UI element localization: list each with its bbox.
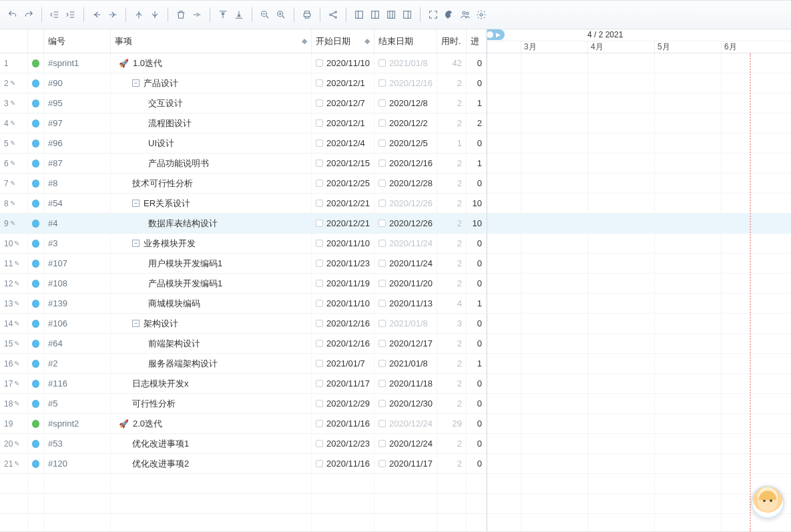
end-date-cell[interactable]: 2020/12/17 — [374, 334, 437, 353]
task-id[interactable]: #90 — [44, 73, 111, 93]
edit-icon[interactable]: ✎ — [14, 240, 19, 247]
link-button[interactable] — [190, 6, 204, 23]
progress-cell[interactable]: 0 — [467, 274, 487, 293]
checkbox[interactable] — [316, 440, 323, 447]
task-id[interactable]: #96 — [44, 134, 111, 153]
status-cell[interactable] — [28, 214, 44, 233]
status-cell[interactable] — [28, 334, 44, 353]
task-name[interactable]: 日志模块开发x — [111, 374, 312, 393]
progress-cell[interactable]: 0 — [467, 254, 487, 273]
status-cell[interactable] — [28, 294, 44, 313]
duration-cell[interactable]: 4 — [437, 294, 467, 313]
start-date-cell[interactable]: 2020/12/7 — [312, 93, 374, 113]
task-name[interactable]: 用户模块开发编码1 — [111, 254, 312, 273]
row-number[interactable]: 18✎ — [0, 394, 28, 413]
progress-cell[interactable]: 10 — [467, 194, 487, 213]
checkbox[interactable] — [378, 380, 386, 387]
progress-cell[interactable]: 0 — [467, 414, 487, 433]
task-row[interactable]: 12✎#108产品模块开发编码12020/11/192020/11/2020 — [0, 274, 487, 294]
users-button[interactable] — [458, 6, 473, 23]
task-id[interactable]: #107 — [44, 254, 111, 273]
task-row[interactable]: 13✎#139商城模块编码2020/11/102020/11/1341 — [0, 294, 487, 314]
zoom-out-button[interactable] — [258, 6, 272, 23]
checkbox[interactable] — [378, 400, 386, 407]
duration-cell[interactable]: 2 — [437, 274, 467, 293]
expand-toggle[interactable]: − — [132, 240, 140, 247]
task-row[interactable]: 18✎#5可行性分析2020/12/292020/12/3020 — [0, 394, 487, 414]
edit-icon[interactable]: ✎ — [14, 300, 19, 307]
progress-cell[interactable]: 1 — [467, 354, 487, 373]
zoom-in-button[interactable] — [274, 6, 288, 23]
goto-today-icon[interactable] — [487, 31, 493, 38]
duration-cell[interactable]: 42 — [437, 53, 467, 73]
task-row[interactable]: 20✎#53优化改进事项12020/12/232020/12/2420 — [0, 434, 487, 454]
share-button[interactable] — [326, 6, 340, 23]
duration-cell[interactable]: 2 — [437, 234, 467, 253]
start-date-cell[interactable]: 2020/11/10 — [312, 53, 374, 73]
end-date-cell[interactable]: 2020/11/17 — [374, 454, 437, 473]
row-number[interactable]: 21✎ — [0, 454, 28, 473]
duration-cell[interactable]: 2 — [437, 154, 467, 173]
row-number[interactable]: 10✎ — [0, 234, 28, 253]
duration-cell[interactable]: 2 — [437, 254, 467, 273]
checkbox[interactable] — [378, 300, 386, 307]
task-name[interactable]: − 架构设计 — [111, 314, 312, 333]
expand-toggle[interactable]: − — [132, 79, 140, 87]
status-cell[interactable] — [28, 414, 44, 433]
task-row[interactable]: 15✎#64前端架构设计2020/12/162020/12/1720 — [0, 334, 487, 354]
end-date-cell[interactable]: 2020/12/24 — [374, 434, 437, 453]
checkbox[interactable] — [316, 320, 323, 327]
task-name[interactable]: 服务器端架构设计 — [111, 354, 312, 373]
end-date-cell[interactable]: 2020/12/24 — [374, 414, 437, 433]
row-number[interactable]: 4✎ — [0, 113, 28, 133]
duration-cell[interactable]: 2 — [437, 454, 467, 473]
end-date-cell[interactable]: 2020/12/16 — [374, 73, 437, 93]
task-row[interactable]: 10✎#3− 业务模块开发2020/11/102020/11/2420 — [0, 234, 487, 254]
start-date-cell[interactable]: 2020/11/19 — [312, 274, 374, 293]
start-date-cell[interactable]: 2020/11/16 — [312, 414, 374, 433]
end-date-cell[interactable]: 2020/11/18 — [374, 374, 437, 393]
task-id[interactable]: #139 — [44, 294, 111, 313]
status-cell[interactable] — [28, 113, 44, 133]
col-id[interactable]: 编号 — [44, 29, 111, 53]
edit-icon[interactable]: ✎ — [14, 320, 19, 327]
task-row[interactable]: 2✎#90− 产品设计2020/12/12020/12/1620 — [0, 73, 487, 93]
checkbox[interactable] — [316, 79, 323, 87]
task-id[interactable]: #64 — [44, 334, 111, 353]
start-date-cell[interactable]: 2020/11/17 — [312, 374, 374, 393]
scroll-right-icon[interactable]: ▶ — [496, 31, 501, 38]
start-date-cell[interactable]: 2020/11/10 — [312, 294, 374, 313]
start-date-cell[interactable]: 2020/12/29 — [312, 394, 374, 413]
col-status[interactable] — [28, 29, 44, 53]
timeline-nav-pill[interactable]: ◀ ▶ — [487, 29, 505, 40]
task-id[interactable]: #95 — [44, 93, 111, 113]
task-name[interactable]: 交互设计 — [111, 93, 312, 113]
end-date-cell[interactable]: 2020/12/26 — [374, 214, 437, 233]
checkbox[interactable] — [378, 360, 386, 367]
checkbox[interactable] — [378, 320, 386, 327]
layout-3-button[interactable] — [384, 6, 399, 23]
task-id[interactable]: #3 — [44, 234, 111, 253]
layout-1-button[interactable] — [352, 6, 366, 23]
checkbox[interactable] — [316, 119, 323, 127]
duration-cell[interactable]: 2 — [437, 73, 467, 93]
settings-button[interactable] — [474, 6, 489, 23]
status-cell[interactable] — [28, 274, 44, 293]
timeline-month[interactable]: 4月 — [587, 41, 654, 53]
row-number[interactable]: 12✎ — [0, 274, 28, 293]
start-date-cell[interactable]: 2020/12/21 — [312, 194, 374, 213]
checkbox[interactable] — [316, 360, 323, 367]
end-date-cell[interactable]: 2020/12/2 — [374, 113, 437, 133]
checkbox[interactable] — [316, 380, 323, 387]
checkbox[interactable] — [378, 59, 386, 67]
duration-cell[interactable]: 2 — [437, 434, 467, 453]
task-name[interactable]: 🚀 2.0迭代 — [111, 414, 312, 433]
task-row[interactable]: 21✎#120优化改进事项22020/11/162020/11/1720 — [0, 454, 487, 474]
duration-cell[interactable]: 2 — [437, 394, 467, 413]
task-name[interactable]: − 业务模块开发 — [111, 234, 312, 253]
checkbox[interactable] — [316, 99, 323, 107]
progress-cell[interactable]: 0 — [467, 374, 487, 393]
checkbox[interactable] — [316, 180, 323, 187]
task-name[interactable]: 商城模块编码 — [111, 294, 312, 313]
progress-cell[interactable]: 0 — [467, 434, 487, 453]
